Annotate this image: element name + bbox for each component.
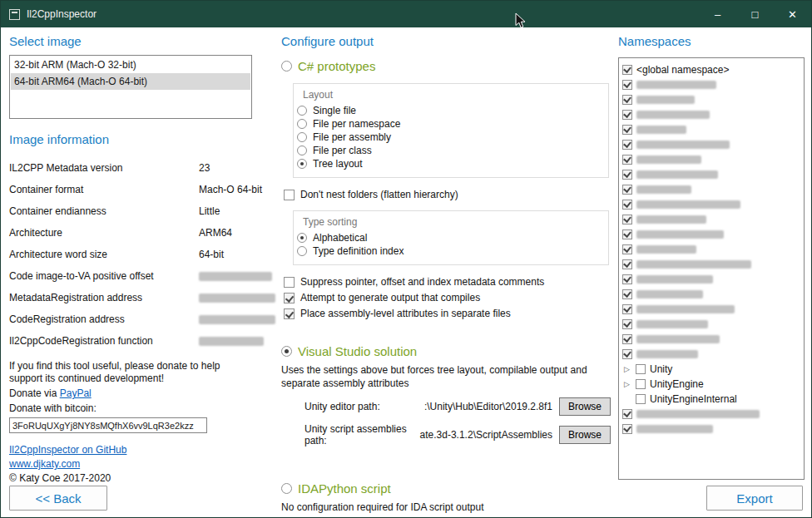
flatten-checkbox-option[interactable]: Don't nest folders (flatten hierarchy): [284, 189, 611, 200]
image-list-item[interactable]: 32-bit ARM (Mach-O 32-bit): [11, 57, 250, 73]
info-label: CodeRegistration address: [9, 308, 199, 330]
namespace-item[interactable]: [622, 317, 800, 332]
expander-icon[interactable]: ▷: [622, 365, 631, 373]
namespace-item[interactable]: [622, 92, 800, 107]
github-link[interactable]: Il2CppInspector on GitHub: [9, 444, 126, 456]
namespace-item[interactable]: [622, 182, 800, 197]
checkbox[interactable]: [284, 308, 295, 319]
export-button[interactable]: Export: [706, 486, 803, 511]
namespace-item[interactable]: [622, 287, 800, 302]
namespace-item[interactable]: [622, 152, 800, 167]
checkbox[interactable]: [622, 140, 632, 150]
checkbox[interactable]: [636, 364, 646, 374]
checkbox[interactable]: [284, 277, 295, 288]
checkbox-option[interactable]: Place assembly-level attributes in separ…: [284, 308, 611, 319]
namespace-item[interactable]: [622, 257, 800, 272]
namespace-item[interactable]: [622, 422, 800, 437]
checkbox[interactable]: [622, 185, 632, 195]
checkbox[interactable]: [622, 244, 632, 254]
image-list[interactable]: 32-bit ARM (Mach-O 32-bit)64-bit ARM64 (…: [9, 55, 252, 119]
visual-studio-option[interactable]: Visual Studio solution: [281, 344, 611, 358]
namespace-item[interactable]: [622, 122, 800, 137]
image-list-item[interactable]: 64-bit ARM64 (Mach-O 64-bit): [11, 73, 250, 90]
namespace-label: <global namespace>: [636, 64, 729, 76]
namespace-item[interactable]: [622, 272, 800, 287]
namespace-item[interactable]: ▷Unity: [622, 362, 800, 377]
namespace-item[interactable]: [622, 77, 800, 92]
radio-option[interactable]: Single file: [297, 104, 602, 117]
checkbox[interactable]: [622, 229, 632, 239]
radio-option[interactable]: Alphabetical: [297, 231, 602, 244]
checkbox[interactable]: [622, 349, 632, 359]
radio-button[interactable]: [281, 483, 292, 494]
checkbox[interactable]: [622, 215, 632, 224]
checkbox[interactable]: [622, 334, 632, 344]
checkbox[interactable]: [622, 110, 632, 120]
expander-icon[interactable]: ▷: [622, 380, 631, 388]
radio-option[interactable]: Type definition index: [297, 244, 602, 258]
checkbox[interactable]: [622, 274, 632, 284]
radio-button[interactable]: [297, 119, 307, 129]
checkbox-option[interactable]: Suppress pointer, offset and index metad…: [284, 276, 611, 288]
namespace-item[interactable]: <global namespace>: [622, 62, 800, 77]
checkbox[interactable]: [636, 394, 646, 404]
checkbox[interactable]: [622, 65, 632, 75]
checkbox[interactable]: [622, 170, 632, 180]
radio-option[interactable]: File per assembly: [297, 131, 602, 144]
checkbox[interactable]: [284, 293, 295, 303]
radio-button[interactable]: [297, 233, 307, 243]
browse-button[interactable]: Browse: [559, 426, 611, 444]
redacted-namespace: [636, 230, 724, 239]
idapython-option[interactable]: IDAPython script: [281, 481, 611, 496]
radio-label: Alphabetical: [313, 232, 367, 244]
checkbox[interactable]: [622, 289, 632, 299]
checkbox[interactable]: [622, 259, 632, 269]
namespace-item[interactable]: [622, 302, 800, 317]
namespace-item[interactable]: [622, 137, 800, 152]
namespace-item[interactable]: [622, 332, 800, 347]
checkbox-option[interactable]: Attempt to generate output that compiles: [284, 292, 611, 303]
checkbox[interactable]: [622, 200, 632, 210]
namespace-list[interactable]: <global namespace>▷Unity▷UnityEngineUnit…: [618, 57, 805, 480]
bitcoin-address-input[interactable]: [9, 417, 207, 433]
namespace-item[interactable]: [622, 347, 800, 362]
checkbox[interactable]: [622, 409, 632, 419]
minimize-button[interactable]: –: [699, 1, 736, 27]
checkbox[interactable]: [622, 80, 632, 90]
namespace-item[interactable]: [622, 227, 800, 242]
namespace-item[interactable]: [622, 197, 800, 212]
namespace-item[interactable]: [622, 167, 800, 182]
radio-button[interactable]: [281, 61, 292, 72]
checkbox[interactable]: [622, 319, 632, 329]
namespace-item[interactable]: UnityEngineInternal: [622, 392, 800, 407]
radio-option[interactable]: File per namespace: [297, 117, 602, 131]
namespace-item[interactable]: [622, 212, 800, 227]
back-button[interactable]: << Back: [9, 486, 107, 511]
radio-button[interactable]: [297, 246, 307, 256]
checkbox[interactable]: [622, 155, 632, 165]
namespace-item[interactable]: [622, 407, 800, 422]
close-button[interactable]: ✕: [774, 1, 811, 27]
paypal-link[interactable]: PayPal: [60, 387, 92, 399]
browse-button[interactable]: Browse: [559, 397, 611, 416]
namespace-item[interactable]: [622, 107, 800, 122]
maximize-button[interactable]: □: [736, 1, 774, 27]
namespace-item[interactable]: ▷UnityEngine: [622, 377, 800, 392]
checkbox[interactable]: [622, 424, 632, 434]
radio-button[interactable]: [297, 106, 307, 116]
radio-option[interactable]: File per class: [297, 144, 602, 157]
radio-label: Tree layout: [313, 158, 363, 170]
website-link[interactable]: www.djkaty.com: [9, 458, 80, 470]
radio-button[interactable]: [281, 346, 292, 357]
checkbox[interactable]: [622, 125, 632, 135]
checkbox[interactable]: [636, 379, 646, 389]
radio-button[interactable]: [297, 159, 307, 169]
namespace-item[interactable]: [622, 242, 800, 257]
radio-button[interactable]: [297, 132, 307, 142]
radio-option[interactable]: Tree layout: [297, 157, 602, 170]
checkbox[interactable]: [622, 95, 632, 105]
radio-button[interactable]: [297, 146, 307, 155]
checkbox[interactable]: [284, 190, 295, 200]
checkbox[interactable]: [622, 304, 632, 314]
csharp-prototypes-option[interactable]: C# prototypes: [281, 59, 611, 73]
